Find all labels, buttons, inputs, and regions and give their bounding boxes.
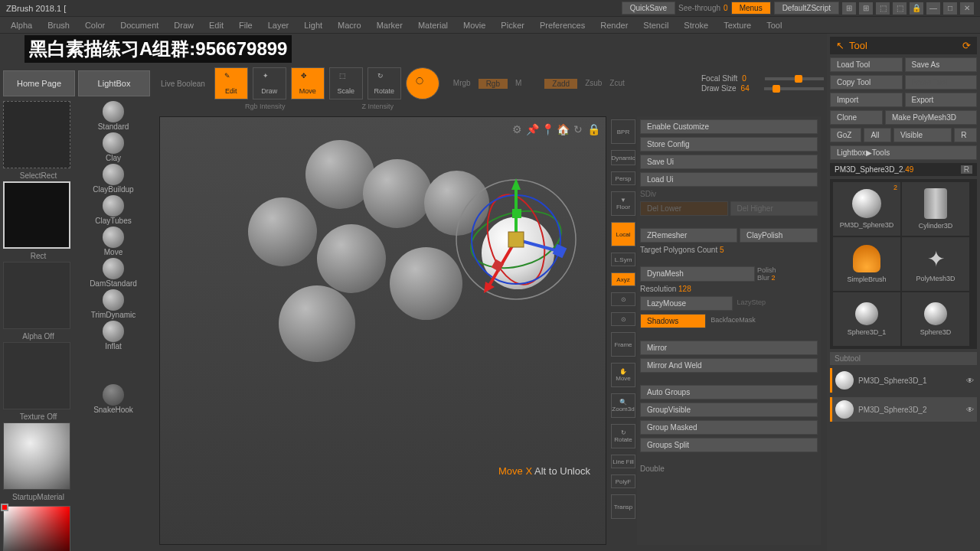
- pin-icon[interactable]: 📌: [526, 123, 538, 135]
- copy-tool-button[interactable]: Copy Tool: [830, 75, 903, 90]
- zsub-toggle[interactable]: Zsub: [585, 79, 602, 89]
- maximize-icon[interactable]: □: [943, 2, 957, 15]
- z-intensity[interactable]: Z Intensity: [362, 103, 394, 110]
- goz-button[interactable]: GoZ: [830, 128, 861, 142]
- alpha-thumb[interactable]: [3, 262, 70, 329]
- menu-stencil[interactable]: Stencil: [637, 19, 675, 31]
- scale-button[interactable]: ⬚Scale: [329, 67, 363, 99]
- zadd-toggle[interactable]: Zadd: [544, 79, 577, 89]
- m-toggle[interactable]: M: [515, 79, 521, 89]
- minimize-icon[interactable]: —: [926, 2, 940, 15]
- local-button[interactable]: Local: [611, 222, 635, 246]
- menu-brush[interactable]: Brush: [41, 19, 76, 31]
- axis-button[interactable]: ⊙: [611, 292, 635, 306]
- rgb-toggle[interactable]: Rgb: [479, 79, 508, 89]
- edit-button[interactable]: ✎Edit: [214, 67, 248, 99]
- groupvisible-button[interactable]: GroupVisible: [640, 403, 818, 417]
- tool-panel-header[interactable]: ↖Tool ⟳: [830, 37, 977, 54]
- clone-button[interactable]: Clone: [830, 110, 883, 125]
- color-picker[interactable]: [3, 506, 70, 551]
- home-icon[interactable]: 🏠: [557, 123, 569, 135]
- menus-button[interactable]: Menus: [731, 2, 771, 15]
- autogroups-button[interactable]: Auto Groups: [640, 385, 818, 399]
- menu-picker[interactable]: Picker: [495, 19, 531, 31]
- draw-button[interactable]: ✦Draw: [253, 67, 286, 99]
- rotate-nav-button[interactable]: ↻Rotate: [611, 424, 635, 448]
- import-button[interactable]: Import: [830, 93, 903, 107]
- focal-slider[interactable]: [765, 77, 824, 80]
- drawsize-slider[interactable]: [764, 87, 824, 90]
- menu-macro[interactable]: Macro: [332, 19, 368, 31]
- r-badge[interactable]: R: [961, 165, 972, 174]
- marker-icon[interactable]: 📍: [541, 123, 554, 135]
- menu-movie[interactable]: Movie: [457, 19, 492, 31]
- del-lower[interactable]: Del Lower: [640, 201, 728, 216]
- double-toggle[interactable]: Double: [640, 465, 818, 473]
- brush-standard[interactable]: Standard: [80, 101, 147, 131]
- load-ui[interactable]: Load Ui: [640, 172, 818, 187]
- menu-edit[interactable]: Edit: [203, 19, 230, 31]
- rgb-intensity[interactable]: Rgb Intensity: [245, 103, 286, 110]
- menu-preferences[interactable]: Preferences: [534, 19, 591, 31]
- tool-thumb[interactable]: SimpleBrush: [833, 237, 900, 291]
- menu-stroke[interactable]: Stroke: [678, 19, 714, 31]
- ctrl-icon[interactable]: ⊞: [842, 2, 856, 15]
- dynamesh-button[interactable]: DynaMesh: [640, 266, 755, 282]
- dynamic-button[interactable]: Dynamic: [611, 150, 635, 165]
- brush-claytubes[interactable]: ClayTubes: [80, 195, 147, 225]
- frame-button[interactable]: Frame: [611, 332, 635, 357]
- lock-icon[interactable]: 🔒: [587, 123, 599, 135]
- eye-icon[interactable]: 👁: [966, 377, 974, 385]
- menu-render[interactable]: Render: [594, 19, 634, 31]
- brush-inflat[interactable]: Inflat: [80, 321, 147, 350]
- gizmo-button[interactable]: ◯: [406, 67, 439, 99]
- subtool-item[interactable]: PM3D_Sphere3D_2 👁: [830, 397, 977, 422]
- brush-damstandard[interactable]: DamStandard: [80, 258, 147, 288]
- menu-marker[interactable]: Marker: [371, 19, 409, 31]
- tool-thumb[interactable]: Sphere3D: [902, 292, 969, 346]
- subtool-item[interactable]: PM3D_Sphere3D_1 👁: [830, 368, 977, 393]
- groupssplit-button[interactable]: Groups Split: [640, 438, 818, 452]
- del-higher[interactable]: Del Higher: [730, 201, 818, 216]
- menu-document[interactable]: Document: [114, 19, 165, 31]
- paste-tool-button[interactable]: Paste Tool: [905, 75, 978, 90]
- bpr-button[interactable]: BPR: [611, 119, 635, 144]
- menu-texture[interactable]: Texture: [717, 19, 757, 31]
- eye-icon[interactable]: 👁: [966, 406, 974, 414]
- refresh-icon[interactable]: ⟳: [962, 40, 971, 51]
- menu-file[interactable]: File: [233, 19, 259, 31]
- tool-thumb[interactable]: ✦PolyMesh3D: [902, 237, 969, 291]
- load-tool-button[interactable]: Load Tool: [830, 57, 903, 72]
- menu-material[interactable]: Material: [412, 19, 454, 31]
- menu-layer[interactable]: Layer: [262, 19, 296, 31]
- subtool-header[interactable]: Subtool: [830, 352, 977, 365]
- zremesher-button[interactable]: ZRemesher: [640, 228, 737, 243]
- persp-button[interactable]: Persp: [611, 171, 635, 185]
- viewport[interactable]: ⚙ 📌 📍 🏠 ↻ 🔒: [159, 116, 606, 545]
- brush-move[interactable]: Move: [80, 227, 147, 256]
- menu-alpha[interactable]: Alpha: [5, 19, 38, 31]
- material-thumb[interactable]: [3, 422, 70, 490]
- refresh-icon[interactable]: ↻: [572, 123, 584, 135]
- lsym-button[interactable]: L.Sym: [611, 253, 635, 266]
- default-script[interactable]: DefaultZScript: [774, 2, 839, 15]
- ctrl-icon[interactable]: ⬚: [876, 2, 890, 15]
- enable-customize[interactable]: Enable Customize: [640, 119, 818, 134]
- seethrough-label[interactable]: See-through: [678, 4, 720, 12]
- mirror-weld-button[interactable]: Mirror And Weld: [640, 358, 818, 373]
- brush-snakehook[interactable]: SnakeHook: [80, 384, 147, 414]
- zoom3d-button[interactable]: 🔍Zoom3d: [611, 393, 635, 418]
- livebool-label[interactable]: Live Boolean: [156, 80, 210, 88]
- groupmasked-button[interactable]: Group Masked: [640, 420, 818, 435]
- mrgb-toggle[interactable]: Mrgb: [453, 79, 471, 89]
- store-config[interactable]: Store Config: [640, 137, 818, 152]
- selectrect-thumb[interactable]: [3, 101, 70, 168]
- menu-light[interactable]: Light: [298, 19, 328, 31]
- move-nav-button[interactable]: ✋Move: [611, 363, 635, 387]
- axyz-button[interactable]: Axyz: [611, 272, 635, 286]
- shadows-button[interactable]: Shadows: [640, 314, 706, 328]
- tool-thumb[interactable]: 2PM3D_Sphere3D: [833, 182, 900, 236]
- lock-icon[interactable]: 🔒: [910, 2, 923, 15]
- lazymouse-button[interactable]: LazyMouse: [640, 296, 733, 311]
- polyf-button[interactable]: PolyF: [611, 474, 635, 488]
